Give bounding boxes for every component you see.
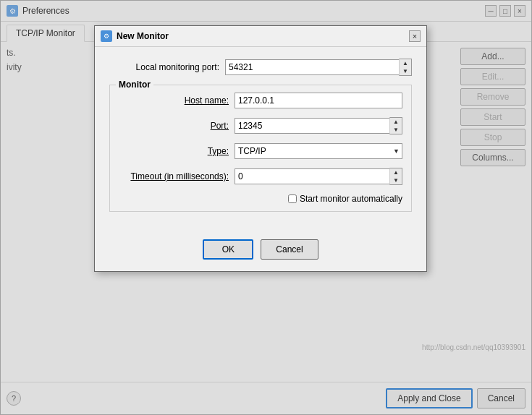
modal-title: New Monitor — [117, 31, 169, 41]
port-spinner: ▲ ▼ — [235, 117, 402, 134]
modal-titlebar-left: ⚙ New Monitor — [101, 30, 169, 42]
port-down[interactable]: ▼ — [390, 126, 402, 134]
preferences-window: ⚙ Preferences ─ □ × TCP/IP Monitor ts. i… — [0, 0, 532, 415]
type-label: Type: — [119, 146, 235, 156]
auto-start-row: Start monitor automatically — [119, 194, 402, 204]
local-port-down[interactable]: ▼ — [400, 67, 411, 75]
host-label: Host name: — [119, 95, 235, 106]
timeout-row: Timeout (in milliseconds): ▲ ▼ — [119, 168, 402, 185]
auto-start-text: Start monitor automatically — [300, 194, 402, 204]
new-monitor-dialog: ⚙ New Monitor × Local monitoring port: ▲… — [94, 25, 427, 272]
timeout-spinner: ▲ ▼ — [235, 168, 402, 185]
type-row: Type: TCP/IP HTTP ▼ — [119, 143, 402, 159]
monitor-group: Monitor Host name: Port: ▲ ▼ — [109, 85, 412, 212]
local-port-spinner-btns: ▲ ▼ — [399, 59, 412, 76]
type-select-wrapper: TCP/IP HTTP ▼ — [235, 143, 402, 159]
port-up[interactable]: ▲ — [390, 118, 402, 126]
cancel-button[interactable]: Cancel — [261, 239, 318, 260]
local-port-up[interactable]: ▲ — [400, 59, 411, 67]
auto-start-checkbox[interactable] — [288, 194, 297, 203]
local-port-row: Local monitoring port: ▲ ▼ — [109, 59, 412, 76]
modal-body: Local monitoring port: ▲ ▼ Monitor Host … — [95, 47, 426, 232]
local-port-spinner: ▲ ▼ — [225, 59, 412, 76]
modal-titlebar: ⚙ New Monitor × — [95, 26, 426, 47]
ok-button[interactable]: OK — [203, 239, 253, 260]
monitor-group-label: Monitor — [116, 80, 153, 90]
timeout-input[interactable] — [235, 168, 389, 184]
modal-app-icon: ⚙ — [101, 30, 112, 42]
local-port-input[interactable] — [225, 59, 399, 75]
host-input[interactable] — [235, 93, 402, 108]
timeout-down[interactable]: ▼ — [390, 176, 402, 184]
type-select[interactable]: TCP/IP HTTP — [235, 143, 402, 159]
port-row: Port: ▲ ▼ — [119, 117, 402, 134]
modal-close-button[interactable]: × — [409, 30, 421, 42]
port-label: Port: — [119, 121, 235, 131]
host-row: Host name: — [119, 93, 402, 108]
modal-footer: OK Cancel — [95, 232, 426, 271]
timeout-up[interactable]: ▲ — [390, 168, 402, 176]
port-spinner-btns: ▲ ▼ — [389, 117, 402, 134]
timeout-label: Timeout (in milliseconds): — [119, 171, 235, 181]
local-port-label: Local monitoring port: — [109, 62, 225, 72]
timeout-spinner-btns: ▲ ▼ — [389, 168, 402, 185]
auto-start-label[interactable]: Start monitor automatically — [288, 194, 402, 204]
port-input[interactable] — [235, 118, 389, 134]
